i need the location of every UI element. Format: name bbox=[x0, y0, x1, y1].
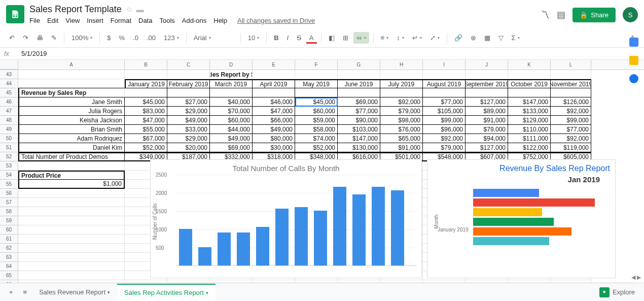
cell[interactable] bbox=[18, 207, 125, 216]
cell[interactable] bbox=[253, 70, 295, 79]
month-header[interactable]: October 2019 bbox=[508, 79, 551, 88]
revenue-cell[interactable]: $40,000 bbox=[210, 97, 253, 107]
cell[interactable] bbox=[18, 235, 125, 244]
month-header[interactable]: March 2019 bbox=[210, 79, 253, 88]
dec-increase-button[interactable]: .00 bbox=[144, 32, 159, 44]
revenue-cell[interactable]: $30,000 bbox=[253, 143, 295, 152]
revenue-cell[interactable]: $147,000 bbox=[338, 134, 380, 143]
revenue-cell[interactable]: $77,000 bbox=[338, 107, 380, 116]
cell[interactable] bbox=[18, 271, 125, 280]
zoom-select[interactable]: 100% bbox=[68, 32, 95, 44]
strike-button[interactable]: S bbox=[294, 32, 304, 44]
revenue-cell[interactable]: $27,000 bbox=[167, 97, 210, 107]
star-icon[interactable]: ☆ bbox=[126, 5, 132, 14]
cell[interactable] bbox=[18, 216, 125, 225]
cell[interactable] bbox=[338, 70, 380, 79]
row-header[interactable]: 64 bbox=[0, 262, 18, 271]
row-header[interactable]: 54 bbox=[0, 171, 18, 180]
revenue-cell[interactable]: $77,000 bbox=[551, 125, 591, 134]
nav-arrows[interactable]: ◀ ▶ bbox=[631, 274, 641, 281]
revenue-cell[interactable]: $45,000 bbox=[125, 97, 167, 107]
chart-button[interactable]: ▦ bbox=[481, 32, 493, 44]
cell[interactable] bbox=[125, 70, 167, 79]
chart-calls-by-month[interactable]: Total Number of Calls By Month Number of… bbox=[150, 159, 422, 278]
revenue-cell[interactable]: $103,000 bbox=[338, 125, 380, 134]
month-header[interactable]: February 2019 bbox=[167, 79, 210, 88]
row-header[interactable]: 43 bbox=[0, 70, 18, 79]
row-header[interactable]: 49 bbox=[0, 125, 18, 134]
revenue-cell[interactable]: $49,000 bbox=[210, 134, 253, 143]
row-header[interactable]: 45 bbox=[0, 88, 18, 97]
revenue-cell[interactable]: $79,000 bbox=[380, 107, 423, 116]
cell[interactable] bbox=[508, 88, 551, 97]
row-header[interactable]: 62 bbox=[0, 244, 18, 253]
revenue-cell[interactable]: $129,000 bbox=[508, 116, 551, 125]
calendar-icon[interactable] bbox=[629, 38, 638, 47]
row-header[interactable]: 61 bbox=[0, 235, 18, 244]
revenue-cell[interactable]: $96,000 bbox=[423, 125, 466, 134]
revenue-cell[interactable]: $127,000 bbox=[466, 143, 508, 152]
revenue-cell[interactable]: $92,000 bbox=[551, 134, 591, 143]
month-header[interactable]: August 2019 bbox=[423, 79, 466, 88]
borders-button[interactable]: ⊞ bbox=[340, 32, 351, 44]
price-value[interactable]: $1,000 bbox=[18, 180, 125, 189]
row-header[interactable]: 46 bbox=[0, 97, 18, 107]
undo-button[interactable]: ↶ bbox=[6, 32, 18, 44]
revenue-cell[interactable]: $65,000 bbox=[380, 134, 423, 143]
row-header[interactable]: 48 bbox=[0, 116, 18, 125]
row-header[interactable]: 44 bbox=[0, 79, 18, 88]
revenue-cell[interactable]: $76,000 bbox=[380, 125, 423, 134]
percent-button[interactable]: % bbox=[116, 32, 128, 44]
currency-button[interactable]: $ bbox=[104, 32, 114, 44]
revenue-cell[interactable]: $91,000 bbox=[380, 143, 423, 152]
revenue-cell[interactable]: $77,000 bbox=[423, 97, 466, 107]
revenue-cell[interactable]: $67,000 bbox=[125, 134, 167, 143]
cell[interactable] bbox=[551, 88, 591, 97]
revenue-cell[interactable]: $74,000 bbox=[295, 134, 338, 143]
rep-name[interactable]: Daniel Kim bbox=[18, 143, 125, 152]
month-header[interactable]: September 2019 bbox=[466, 79, 508, 88]
cell[interactable] bbox=[18, 189, 125, 198]
revenue-cell[interactable]: $70,000 bbox=[210, 107, 253, 116]
all-sheets-button[interactable]: ≡ bbox=[18, 285, 32, 299]
cell[interactable] bbox=[295, 70, 338, 79]
total-label[interactable]: Total Number of Product Demos bbox=[18, 152, 125, 161]
report-title[interactable]: Sales Activities Report by Salesperson bbox=[210, 70, 253, 79]
menu-format[interactable]: Format bbox=[111, 17, 131, 24]
row-header[interactable]: 56 bbox=[0, 189, 18, 198]
cell[interactable] bbox=[125, 88, 167, 97]
revenue-cell[interactable]: $110,000 bbox=[508, 125, 551, 134]
col-header-K[interactable]: K bbox=[508, 60, 551, 70]
explore-icon[interactable]: ✦ bbox=[599, 287, 610, 297]
avatar[interactable]: S bbox=[623, 7, 638, 22]
row-header[interactable]: 55 bbox=[0, 180, 18, 189]
revenue-cell[interactable]: $49,000 bbox=[167, 116, 210, 125]
col-header-G[interactable]: G bbox=[338, 60, 380, 70]
revenue-cell[interactable]: $79,000 bbox=[466, 125, 508, 134]
col-header-I[interactable]: I bbox=[423, 60, 466, 70]
wrap-button[interactable]: ↵ bbox=[409, 32, 425, 44]
dec-decrease-button[interactable]: .0 bbox=[130, 32, 141, 44]
col-header-F[interactable]: F bbox=[295, 60, 338, 70]
col-header-A[interactable]: A bbox=[18, 60, 125, 70]
paint-format-button[interactable]: ✎ bbox=[48, 32, 60, 44]
redo-button[interactable]: ↷ bbox=[20, 32, 31, 44]
cell[interactable] bbox=[423, 88, 466, 97]
rep-name[interactable]: Brian Smith bbox=[18, 125, 125, 134]
revenue-cell[interactable]: $52,000 bbox=[125, 143, 167, 152]
comment-button[interactable]: ⊕ bbox=[468, 32, 479, 44]
cell[interactable] bbox=[380, 88, 423, 97]
revenue-cell[interactable]: $66,000 bbox=[253, 116, 295, 125]
col-header-L[interactable]: L bbox=[551, 60, 591, 70]
month-header[interactable]: January 2019 bbox=[125, 79, 167, 88]
row-header[interactable]: 59 bbox=[0, 216, 18, 225]
merge-button[interactable]: ⬄ bbox=[353, 32, 369, 44]
revenue-cell[interactable]: $47,000 bbox=[253, 107, 295, 116]
cell[interactable] bbox=[423, 70, 466, 79]
row-header[interactable]: 50 bbox=[0, 134, 18, 143]
row-header[interactable]: 63 bbox=[0, 253, 18, 262]
menu-edit[interactable]: Edit bbox=[47, 17, 58, 24]
cell[interactable] bbox=[18, 262, 125, 271]
revenue-cell[interactable]: $98,000 bbox=[380, 116, 423, 125]
revenue-cell[interactable]: $69,000 bbox=[338, 97, 380, 107]
